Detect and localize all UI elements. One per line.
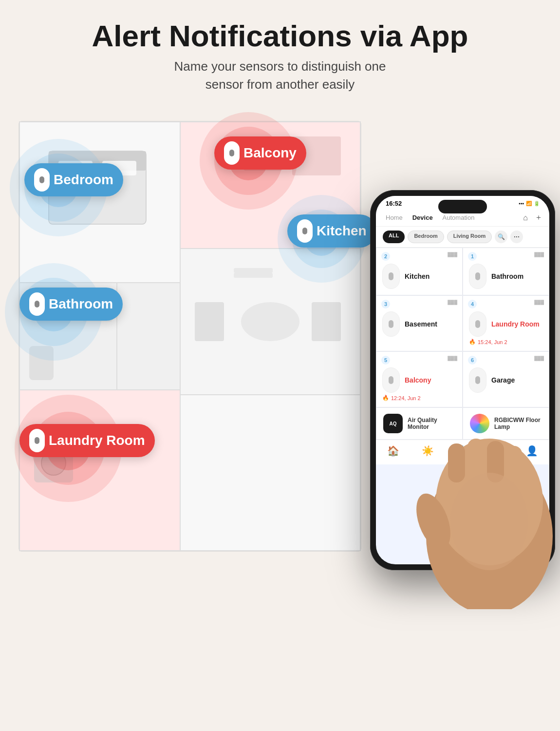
- status-icons: ▪▪▪ 📶 🔋: [519, 201, 540, 206]
- wifi-icon: 📶: [526, 201, 532, 206]
- svg-rect-18: [312, 302, 341, 341]
- nav-item-home[interactable]: 🏠: [387, 445, 399, 457]
- dynamic-island: [438, 200, 487, 213]
- svg-rect-4: [117, 283, 180, 390]
- device-card-basement[interactable]: 3 ▓▓▓ Basement: [376, 296, 462, 351]
- card-num-basement: 3: [381, 300, 390, 308]
- laundry-device-icon: [469, 311, 486, 337]
- basement-device-icon: [382, 311, 400, 337]
- add-icon[interactable]: ＋: [535, 212, 542, 223]
- bathroom-label: Bathroom: [49, 296, 113, 312]
- laundry-label: Laundry Room: [49, 433, 145, 448]
- basement-device-name: Basement: [405, 320, 437, 328]
- kitchen-sensor-icon: [297, 219, 313, 243]
- bathroom-device-icon: [469, 264, 486, 289]
- phone-wrap: 16:52 ▪▪▪ 📶 🔋 Home Device Automation ⌂ ＋…: [370, 190, 560, 590]
- svg-rect-17: [195, 302, 224, 341]
- svg-point-31: [450, 473, 528, 570]
- card-num-kitchen: 2: [381, 252, 390, 261]
- balcony-sensor-icon: [224, 141, 240, 165]
- status-time: 16:52: [386, 200, 402, 207]
- card-num-laundry: 4: [468, 300, 477, 308]
- page-subtitle: Name your sensors to distinguish onesens…: [10, 58, 550, 93]
- card-num-garage: 6: [468, 356, 477, 365]
- kitchen-device-icon: [382, 264, 400, 289]
- laundry-sensor-icon: [29, 429, 45, 452]
- balcony-badge: Balcony: [214, 136, 306, 170]
- nav-home[interactable]: Home: [383, 212, 406, 223]
- bathroom-device-name: Bathroom: [491, 272, 523, 280]
- filter-all[interactable]: ALL: [383, 231, 405, 243]
- svg-rect-27: [448, 443, 465, 482]
- laundry-alert: 🔥 15:24, Jun 2: [469, 339, 543, 345]
- balcony-alert-icon: 🔥: [382, 395, 389, 401]
- hand-illustration: [404, 366, 560, 609]
- device-card-bathroom[interactable]: 1 ▓▓▓ Bathroom: [463, 248, 549, 295]
- laundry-alert-time: 15:24, Jun 2: [478, 339, 507, 345]
- bedroom-badge: Bedroom: [24, 163, 123, 196]
- page-title: Alert Notifications via App: [10, 19, 550, 53]
- card-num-balcony: 5: [381, 356, 390, 365]
- card-battery-balcony: ▓▓▓: [448, 356, 457, 361]
- filter-bedroom[interactable]: Bedroom: [408, 231, 444, 243]
- card-battery-bathroom: ▓▓▓: [534, 252, 544, 257]
- laundry-alert-icon: 🔥: [469, 339, 476, 345]
- more-filter-icon[interactable]: ⋯: [510, 231, 523, 243]
- filter-pills: ALL Bedroom Living Room 🔍 ⋯: [376, 227, 549, 248]
- card-battery-garage: ▓▓▓: [534, 356, 544, 361]
- device-card-kitchen[interactable]: 2 ▓▓▓ Kitchen: [376, 248, 462, 295]
- laundry-device-name: Laundry Room: [491, 320, 540, 328]
- card-battery-laundry: ▓▓▓: [534, 300, 544, 305]
- kitchen-badge: Kitchen: [287, 214, 376, 248]
- svg-rect-30: [506, 446, 522, 482]
- battery-icon: 🔋: [534, 201, 540, 206]
- kitchen-device-name: Kitchen: [405, 272, 429, 280]
- nav-automation[interactable]: Automation: [440, 212, 478, 223]
- filter-living-room[interactable]: Living Room: [447, 231, 492, 243]
- air-quality-icon: AQ: [383, 414, 403, 433]
- svg-rect-22: [234, 268, 273, 273]
- bathroom-sensor-icon: [29, 292, 45, 316]
- device-card-laundry[interactable]: 4 ▓▓▓ Laundry Room 🔥 15:24, Jun 2: [463, 296, 549, 351]
- signal-icon: ▪▪▪: [519, 201, 524, 206]
- card-num-bathroom: 1: [468, 252, 477, 261]
- header: Alert Notifications via App Name your se…: [0, 0, 560, 103]
- bathroom-badge: Bathroom: [19, 288, 123, 321]
- floorplan-area: Bedroom Balcony Bathroom Kitchen: [10, 112, 390, 673]
- svg-rect-23: [234, 273, 273, 278]
- balcony-label: Balcony: [243, 145, 297, 161]
- home-icon[interactable]: ⌂: [523, 213, 528, 222]
- bedroom-sensor-icon: [34, 168, 50, 192]
- home-nav-icon: 🏠: [387, 445, 399, 457]
- nav-device[interactable]: Device: [410, 212, 436, 223]
- kitchen-label: Kitchen: [317, 223, 367, 239]
- card-battery-basement: ▓▓▓: [448, 300, 457, 305]
- card-battery-kitchen: ▓▓▓: [448, 252, 457, 257]
- svg-point-16: [241, 302, 299, 341]
- balcony-device-icon: [382, 367, 400, 393]
- laundry-badge: Laundry Room: [19, 424, 155, 457]
- bedroom-label: Bedroom: [54, 172, 113, 188]
- search-filter-icon[interactable]: 🔍: [495, 231, 507, 243]
- svg-rect-7: [180, 395, 360, 551]
